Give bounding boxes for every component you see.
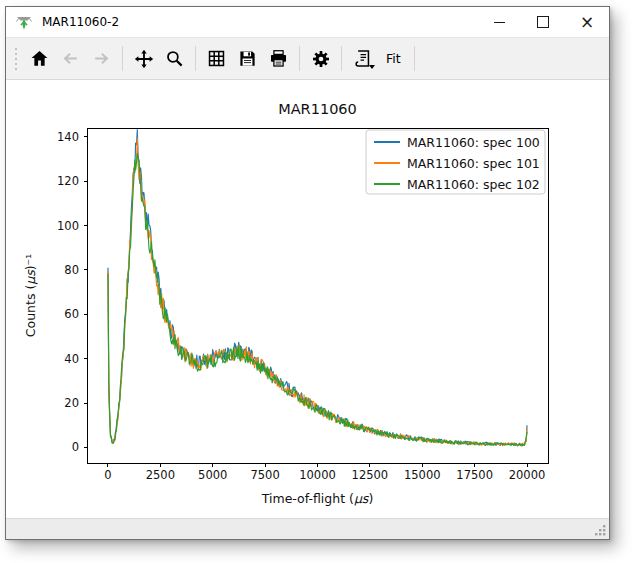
x-axis-label: Time-of-flight (μs) xyxy=(261,491,374,506)
y-tick-label: 100 xyxy=(57,219,79,233)
home-button[interactable] xyxy=(26,45,53,72)
pan-button[interactable] xyxy=(130,45,157,72)
maximize-icon xyxy=(537,16,549,28)
forward-button[interactable] xyxy=(88,45,115,72)
gear-icon xyxy=(311,49,331,69)
y-axis-label: Counts (μs)⁻¹ xyxy=(23,254,38,337)
dropdown-arrow-icon xyxy=(369,65,375,69)
x-tick-label: 12500 xyxy=(352,468,389,482)
generate-script-button[interactable] xyxy=(349,45,376,72)
x-tick-label: 5000 xyxy=(198,468,227,482)
window-title: MAR11060-2 xyxy=(42,15,119,29)
x-tick-label: 17500 xyxy=(456,468,493,482)
mantid-logo-icon xyxy=(15,13,33,31)
y-tick-label: 20 xyxy=(64,396,79,410)
save-button[interactable] xyxy=(234,45,261,72)
y-tick-label: 60 xyxy=(64,307,79,321)
x-tick-label: 0 xyxy=(104,468,111,482)
x-tick-label: 15000 xyxy=(404,468,441,482)
y-tick-label: 120 xyxy=(57,174,79,188)
title-bar[interactable]: MAR11060-2 × xyxy=(6,7,609,37)
toolbar-separator xyxy=(299,46,300,71)
maximize-button[interactable] xyxy=(521,7,565,37)
back-button[interactable] xyxy=(57,45,84,72)
status-bar xyxy=(6,518,609,539)
toolbar-separator xyxy=(195,46,196,71)
minimize-button[interactable] xyxy=(477,7,521,37)
chart-title: MAR11060 xyxy=(278,101,357,117)
close-icon: × xyxy=(580,14,594,31)
arrow-left-icon xyxy=(61,49,80,68)
toolbar-separator xyxy=(122,46,123,71)
y-tick-label: 140 xyxy=(57,130,79,144)
series-line-2 xyxy=(108,154,527,446)
customize-button[interactable] xyxy=(307,45,334,72)
y-tick-label: 0 xyxy=(72,440,79,454)
grid-icon xyxy=(207,49,226,68)
home-icon xyxy=(30,49,49,68)
print-button[interactable] xyxy=(265,45,292,72)
x-tick-label: 7500 xyxy=(250,468,279,482)
plot-toolbar: Fit xyxy=(6,37,609,80)
plot-window: MAR11060-2 × xyxy=(5,6,610,540)
x-tick-label: 10000 xyxy=(299,468,336,482)
zoom-button[interactable] xyxy=(161,45,188,72)
magnifier-icon xyxy=(165,49,184,68)
legend-label-1: MAR11060: spec 101 xyxy=(407,156,540,171)
legend-label-2: MAR11060: spec 102 xyxy=(407,177,540,192)
plot-figure[interactable]: 0250050007500100001250015000175002000002… xyxy=(6,80,607,519)
move-icon xyxy=(134,49,154,69)
toolbar-drag-handle[interactable] xyxy=(15,48,17,70)
y-tick-label: 40 xyxy=(64,352,79,366)
y-tick-label: 80 xyxy=(64,263,79,277)
legend-label-0: MAR11060: spec 100 xyxy=(407,135,540,150)
grid-button[interactable] xyxy=(203,45,230,72)
printer-icon xyxy=(269,49,288,68)
toolbar-separator xyxy=(341,46,342,71)
figure-canvas[interactable]: 0250050007500100001250015000175002000002… xyxy=(6,80,609,519)
arrow-right-icon xyxy=(92,49,111,68)
x-tick-label: 20000 xyxy=(509,468,546,482)
minimize-icon xyxy=(494,22,505,23)
toolbar-separator xyxy=(414,46,415,71)
fit-button[interactable]: Fit xyxy=(378,51,409,66)
close-button[interactable]: × xyxy=(565,7,609,37)
x-tick-label: 2500 xyxy=(146,468,175,482)
resize-grip[interactable] xyxy=(594,524,606,536)
floppy-icon xyxy=(238,49,257,68)
